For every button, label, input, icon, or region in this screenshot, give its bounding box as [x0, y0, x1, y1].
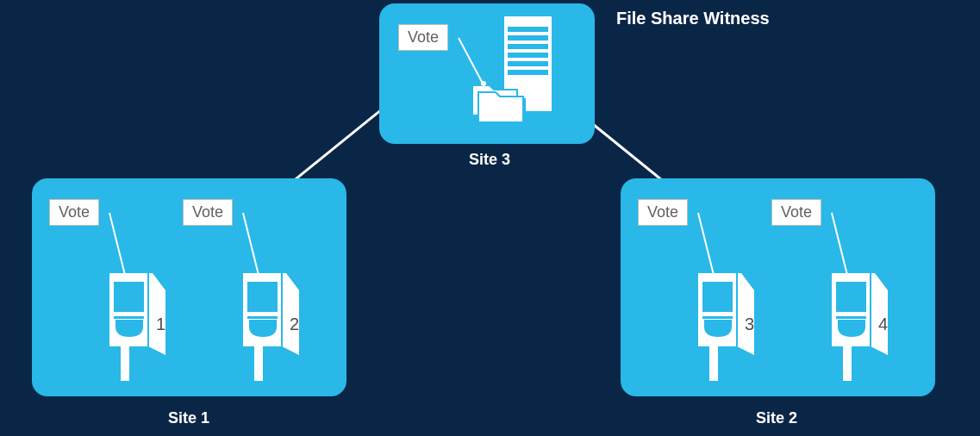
svg-rect-5 — [508, 61, 548, 66]
site1-node2-anchor — [255, 274, 260, 279]
site1-node2-lead — [242, 213, 259, 276]
site2-label: Site 2 — [756, 409, 797, 427]
site3-label: Site 3 — [469, 151, 510, 169]
site3-vote-anchor — [481, 81, 486, 86]
site2-node4-lead — [831, 213, 848, 276]
site3-box: Vote — [379, 3, 595, 144]
svg-rect-3 — [508, 44, 548, 49]
site2-node3-anchor — [710, 274, 715, 279]
witness-title: File Share Witness — [616, 9, 770, 28]
site2-node3-vote-tag: Vote — [638, 199, 688, 226]
site2-node4-vote-tag: Vote — [771, 199, 821, 226]
svg-rect-4 — [508, 53, 548, 58]
svg-rect-12 — [247, 282, 278, 312]
site1-node1-lead — [109, 213, 126, 276]
svg-rect-1 — [508, 27, 548, 32]
site1-node1-anchor — [122, 274, 127, 279]
site2-node3-lead — [697, 213, 715, 276]
svg-rect-2 — [508, 35, 548, 40]
folder-icon — [470, 77, 530, 124]
site1-box: Vote 1 Vote 2 — [32, 178, 346, 396]
svg-rect-10 — [114, 316, 144, 319]
site2-node4-number: 4 — [878, 315, 888, 334]
site1-node1-number: 1 — [156, 315, 165, 334]
site1-node2-vote-tag: Vote — [183, 199, 233, 226]
svg-rect-6 — [508, 70, 548, 75]
svg-rect-16 — [702, 316, 733, 319]
svg-rect-19 — [836, 316, 866, 319]
svg-rect-9 — [114, 282, 144, 312]
site2-node3-number: 3 — [745, 315, 754, 334]
site3-vote-tag: Vote — [398, 24, 448, 51]
site2-node4-anchor — [844, 274, 849, 279]
site1-node1-vote-tag: Vote — [49, 199, 99, 226]
site1-node2-number: 2 — [290, 315, 299, 334]
svg-rect-15 — [702, 282, 733, 312]
site1-label: Site 1 — [168, 409, 209, 427]
svg-rect-13 — [247, 316, 278, 319]
svg-rect-18 — [836, 282, 866, 312]
site2-box: Vote 3 Vote 4 — [621, 178, 935, 396]
